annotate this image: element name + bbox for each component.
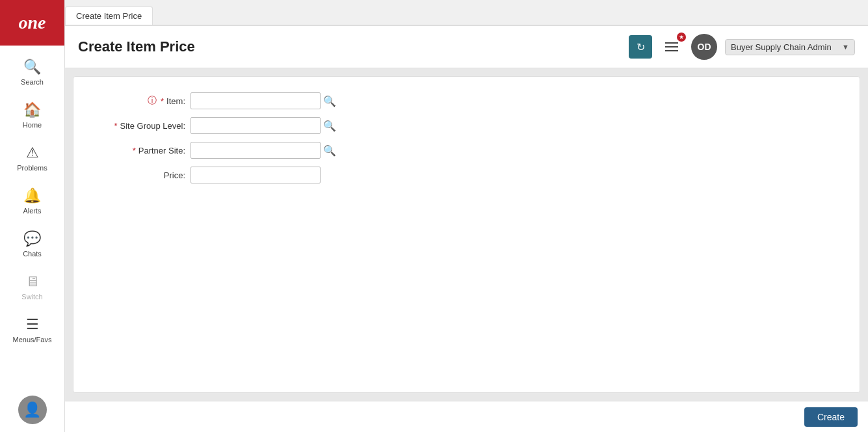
menu-line-3 (665, 50, 678, 51)
page-title: Create Item Price (78, 38, 629, 55)
sidebar-label-alerts: Alerts (23, 207, 41, 215)
sidebar-item-chats[interactable]: 💬 Chats (0, 223, 64, 265)
user-initials: OD (698, 42, 711, 52)
refresh-icon: ↻ (637, 41, 645, 53)
magnify-icon-site: 🔍 (323, 120, 336, 131)
form-card: ⓘ * Item: 🔍 * Site Group Level: 🔍 (73, 76, 860, 393)
sidebar-bottom: 👤 (0, 396, 64, 432)
sidebar-item-switch[interactable]: 🖥 Switch (0, 265, 64, 308)
item-input[interactable] (191, 92, 321, 109)
price-label: Price: (86, 170, 191, 180)
site-group-level-label: * Site Group Level: (86, 121, 191, 131)
sidebar-label-menus: Menus/Favs (13, 336, 52, 344)
chat-icon: 💬 (23, 230, 41, 247)
refresh-button[interactable]: ↻ (629, 35, 652, 59)
app-logo[interactable]: one (0, 0, 64, 46)
site-group-level-search-button[interactable]: 🔍 (323, 120, 336, 132)
tab-create-item-price[interactable]: Create Item Price (65, 7, 153, 25)
form-row-price: Price: (86, 167, 847, 183)
required-star-item: * (161, 96, 164, 106)
sidebar-label-chats: Chats (23, 250, 42, 258)
sidebar-item-home[interactable]: 🏠 Home (0, 94, 64, 137)
bell-icon: 🔔 (23, 187, 41, 204)
sidebar-item-problems[interactable]: ⚠ Problems (0, 137, 64, 180)
error-icon-item: ⓘ (148, 95, 157, 107)
site-group-level-input[interactable] (191, 117, 321, 134)
menu-line-1 (665, 42, 678, 44)
menu-line-2 (665, 46, 678, 47)
form-row-item: ⓘ * Item: 🔍 (86, 92, 847, 109)
partner-site-search-button[interactable]: 🔍 (323, 144, 336, 157)
avatar-icon: 👤 (23, 401, 41, 418)
sidebar-item-search[interactable]: 🔍 Search (0, 51, 64, 94)
sidebar-label-home: Home (23, 121, 42, 129)
switch-icon: 🖥 (25, 273, 40, 290)
form-row-site-group-level: * Site Group Level: 🔍 (86, 117, 847, 134)
sidebar-label-problems: Problems (17, 164, 47, 172)
star-icon: ★ (679, 34, 684, 40)
sidebar-item-alerts[interactable]: 🔔 Alerts (0, 180, 64, 223)
magnify-icon-partner: 🔍 (323, 145, 336, 156)
user-avatar-bottom[interactable]: 👤 (18, 396, 47, 424)
magnify-icon-item: 🔍 (323, 96, 336, 107)
create-button[interactable]: Create (804, 407, 858, 427)
home-icon: 🏠 (23, 101, 41, 118)
main-area: Create Item Price Create Item Price ↻ ★ … (65, 0, 868, 432)
user-avatar: OD (691, 34, 717, 60)
sidebar-item-menus[interactable]: ☰ Menus/Favs (0, 308, 64, 351)
sidebar-label-search: Search (21, 78, 44, 86)
chevron-down-icon: ▼ (842, 43, 849, 51)
required-star-site: * (114, 121, 117, 131)
menu-icon: ☰ (26, 316, 39, 333)
logo-text: one (19, 12, 46, 33)
sidebar: one 🔍 Search 🏠 Home ⚠ Problems 🔔 Alerts … (0, 0, 65, 432)
item-label: ⓘ * Item: (86, 95, 191, 107)
price-input[interactable] (191, 167, 321, 183)
notification-dot: ★ (677, 33, 686, 42)
search-icon: 🔍 (23, 59, 41, 75)
warning-icon: ⚠ (26, 144, 39, 161)
header-actions: ↻ ★ OD Buyer Supply Chain Admin ▼ (629, 34, 855, 60)
form-row-partner-site: * Partner Site: 🔍 (86, 142, 847, 159)
user-dropdown[interactable]: Buyer Supply Chain Admin ▼ (725, 39, 855, 55)
user-name: Buyer Supply Chain Admin (731, 42, 838, 52)
page-header: Create Item Price ↻ ★ OD Buyer Supply Ch… (65, 26, 868, 68)
tab-bar: Create Item Price (65, 0, 868, 26)
required-star-partner: * (133, 146, 136, 155)
footer-bar: Create (65, 401, 868, 432)
item-search-button[interactable]: 🔍 (323, 95, 336, 107)
main-content: ⓘ * Item: 🔍 * Site Group Level: 🔍 (65, 68, 868, 401)
notification-badge: ★ (660, 35, 683, 59)
sidebar-label-switch: Switch (21, 293, 42, 301)
partner-site-input[interactable] (191, 142, 321, 159)
partner-site-label: * Partner Site: (86, 146, 191, 155)
